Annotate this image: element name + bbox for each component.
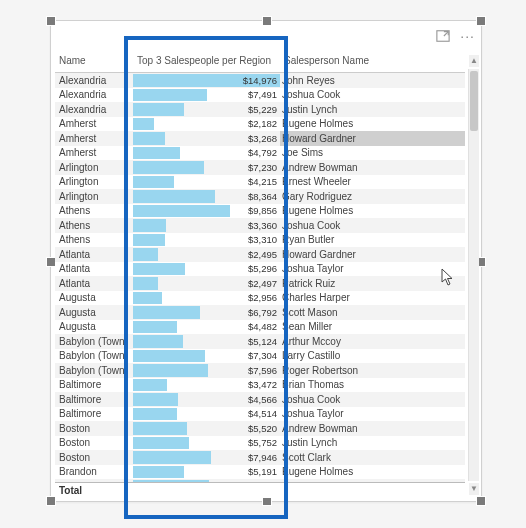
salesperson-cell: Justin Lynch [280, 436, 465, 451]
column-header-person[interactable]: Salesperson Name [280, 51, 465, 73]
name-cell: Atlanta [55, 276, 133, 291]
table-row[interactable]: Baltimore$4,566Joshua Cook [55, 392, 465, 407]
table-row[interactable]: Babylon (Town)$7,304Larry Castillo [55, 349, 465, 364]
table-row[interactable]: Arlington$7,230Andrew Bowman [55, 160, 465, 175]
data-bar [133, 393, 178, 406]
table-row[interactable]: Alexandria$7,491Joshua Cook [55, 88, 465, 103]
name-cell: Amherst [55, 117, 133, 132]
value-label: $3,472 [248, 379, 277, 390]
value-cell: $5,520 [133, 421, 280, 436]
value-label: $5,229 [248, 104, 277, 115]
table-row[interactable]: Arlington$4,215Ernest Wheeler [55, 175, 465, 190]
name-cell: Augusta [55, 320, 133, 335]
value-label: $2,956 [248, 292, 277, 303]
table-row[interactable]: Augusta$4,482Sean Miller [55, 320, 465, 335]
value-label: $5,520 [248, 423, 277, 434]
salesperson-cell: Eugene Holmes [280, 204, 465, 219]
resize-handle[interactable] [262, 16, 272, 26]
table-row[interactable]: Babylon (Town)$7,596Roger Robertson [55, 363, 465, 378]
name-cell: Atlanta [55, 262, 133, 277]
visual-header-actions: ··· [436, 29, 475, 43]
table-row[interactable]: Athens$9,856Eugene Holmes [55, 204, 465, 219]
value-cell: $4,566 [133, 392, 280, 407]
salesperson-cell: Ryan Butler [280, 233, 465, 248]
table-row[interactable]: Amherst$3,268Howard Gardner [55, 131, 465, 146]
value-label: $7,738 [248, 481, 277, 483]
table-row[interactable]: Boston$5,520Andrew Bowman [55, 421, 465, 436]
table-row[interactable]: Augusta$2,956Charles Harper [55, 291, 465, 306]
resize-handle[interactable] [46, 16, 56, 26]
name-cell: Amherst [55, 131, 133, 146]
value-cell: $5,296 [133, 262, 280, 277]
value-cell: $9,856 [133, 204, 280, 219]
value-label: $7,491 [248, 89, 277, 100]
table-row[interactable]: Brandon$5,191Eugene Holmes [55, 465, 465, 480]
scroll-down-arrow[interactable]: ▼ [469, 483, 479, 495]
salesperson-cell: Justin Lynch [280, 102, 465, 117]
salesperson-cell: Scott Clark [280, 450, 465, 465]
table-row[interactable]: Atlanta$2,497Patrick Ruiz [55, 276, 465, 291]
value-label: $2,495 [248, 249, 277, 260]
table-row[interactable]: Alexandria$14,976John Reyes [55, 73, 465, 88]
name-cell: Baltimore [55, 392, 133, 407]
value-label: $4,566 [248, 394, 277, 405]
table-row[interactable]: Atlanta$5,296Joshua Taylor [55, 262, 465, 277]
data-bar [133, 219, 166, 232]
value-cell: $8,364 [133, 189, 280, 204]
salesperson-cell: Scott Mason [280, 305, 465, 320]
data-bar [133, 379, 167, 392]
data-bar [133, 451, 211, 464]
value-label: $6,792 [248, 307, 277, 318]
scrollbar-track[interactable] [468, 69, 479, 481]
value-cell: $3,472 [133, 378, 280, 393]
name-cell: Athens [55, 204, 133, 219]
data-bar [133, 147, 180, 160]
data-bar [133, 335, 183, 348]
data-bar [133, 205, 230, 218]
table-row[interactable]: Alexandria$5,229Justin Lynch [55, 102, 465, 117]
name-cell: Augusta [55, 291, 133, 306]
table-row[interactable]: Babylon (Town)$5,124Arthur Mccoy [55, 334, 465, 349]
table-row[interactable]: Arlington$8,364Gary Rodriguez [55, 189, 465, 204]
resize-handle[interactable] [476, 496, 486, 506]
salesperson-cell: Sean Miller [280, 320, 465, 335]
table-row[interactable]: Amherst$2,182Eugene Holmes [55, 117, 465, 132]
table-visual[interactable]: ··· Name Top 3 Salespeople per Region Sa… [50, 20, 482, 502]
value-cell: $3,268 [133, 131, 280, 146]
value-cell: $5,229 [133, 102, 280, 117]
name-cell: Arlington [55, 160, 133, 175]
table-row[interactable]: Atlanta$2,495Howard Gardner [55, 247, 465, 262]
salesperson-cell: Patrick Ruiz [280, 276, 465, 291]
name-cell: Arlington [55, 175, 133, 190]
scrollbar-thumb[interactable] [470, 71, 478, 131]
value-label: $7,230 [248, 162, 277, 173]
salesperson-cell: Andrew Bowman [280, 160, 465, 175]
table-row[interactable]: Athens$3,360Joshua Cook [55, 218, 465, 233]
data-bar [133, 364, 208, 377]
value-label: $5,191 [248, 466, 277, 477]
focus-mode-icon[interactable] [436, 29, 450, 43]
value-cell: $7,596 [133, 363, 280, 378]
value-cell: $4,215 [133, 175, 280, 190]
resize-handle[interactable] [476, 16, 486, 26]
column-header-name[interactable]: Name [55, 51, 133, 73]
table-row[interactable]: Athens$3,310Ryan Butler [55, 233, 465, 248]
table-row[interactable]: Boston$5,752Justin Lynch [55, 436, 465, 451]
table-row[interactable]: Amherst$4,792Joe Sims [55, 146, 465, 161]
column-header-measure[interactable]: Top 3 Salespeople per Region [133, 51, 280, 73]
table-row[interactable]: Augusta$6,792Scott Mason [55, 305, 465, 320]
table-row[interactable]: Boston$7,946Scott Clark [55, 450, 465, 465]
table-row[interactable]: Baltimore$4,514Joshua Taylor [55, 407, 465, 422]
more-options-icon[interactable]: ··· [460, 32, 475, 40]
salesperson-cell: Joshua Cook [280, 88, 465, 103]
scroll-up-arrow[interactable]: ▲ [469, 55, 479, 67]
data-bar [133, 350, 205, 363]
value-cell: $2,956 [133, 291, 280, 306]
value-label: $8,364 [248, 191, 277, 202]
name-cell: Alexandria [55, 88, 133, 103]
value-label: $4,514 [248, 408, 277, 419]
value-cell: $14,976 [133, 73, 280, 88]
svg-line-1 [444, 32, 448, 36]
table-row[interactable]: Baltimore$3,472Brian Thomas [55, 378, 465, 393]
salesperson-cell: Brian Thomas [280, 378, 465, 393]
